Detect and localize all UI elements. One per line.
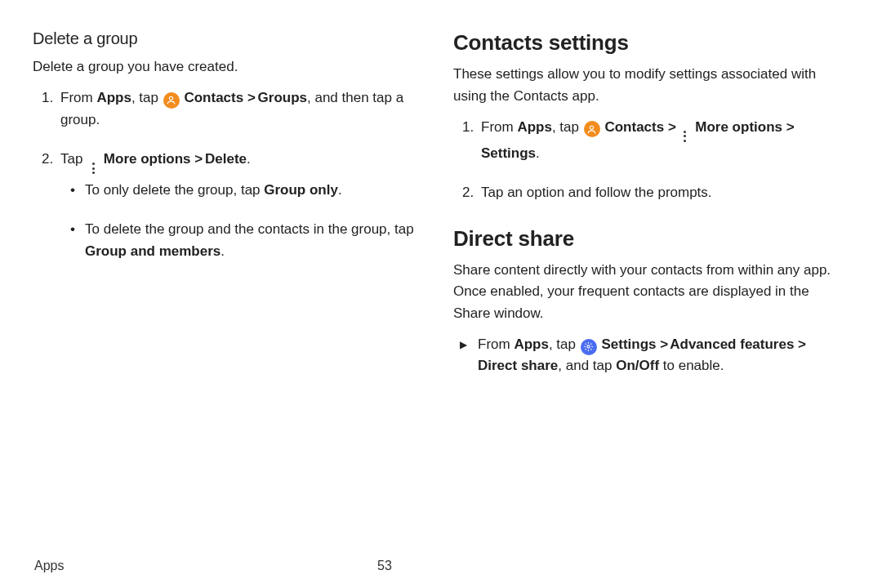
footer-page: 53 bbox=[377, 559, 392, 573]
delete-group-bullets: To only delete the group, tap Group only… bbox=[60, 180, 421, 262]
list-item: To delete the group and the contacts in … bbox=[70, 219, 421, 262]
settings-icon bbox=[581, 339, 597, 355]
contacts-settings-steps: From Apps, tap Contacts > More options >… bbox=[453, 117, 841, 204]
delete-group-heading: Delete a group bbox=[33, 26, 421, 51]
contacts-icon bbox=[163, 92, 180, 109]
right-column: Contacts settings These settings allow y… bbox=[445, 26, 849, 573]
list-item: To only delete the group, tap Group only… bbox=[70, 180, 421, 201]
delete-group-intro: Delete a group you have created. bbox=[33, 56, 421, 78]
footer-section: Apps bbox=[34, 559, 377, 573]
direct-share-heading: Direct share bbox=[453, 222, 841, 255]
direct-share-intro: Share content directly with your contact… bbox=[453, 260, 841, 324]
contacts-settings-intro: These settings allow you to modify setti… bbox=[453, 64, 841, 107]
contacts-settings-heading: Contacts settings bbox=[453, 26, 841, 59]
more-options-icon bbox=[680, 130, 690, 143]
svg-point-1 bbox=[590, 126, 594, 129]
contacts-icon bbox=[584, 121, 600, 137]
page-footer: Apps 53 bbox=[34, 559, 851, 573]
step-item: From Apps, tap Settings > Advanced featu… bbox=[460, 334, 841, 377]
direct-share-steps: From Apps, tap Settings > Advanced featu… bbox=[453, 334, 841, 377]
step-item: From Apps, tap Contacts > More options >… bbox=[478, 117, 841, 164]
svg-point-0 bbox=[170, 97, 173, 100]
left-column: Delete a group Delete a group you have c… bbox=[33, 26, 445, 573]
more-options-icon bbox=[88, 162, 98, 175]
delete-group-steps: From Apps, tap Contacts > Groups, and th… bbox=[33, 87, 421, 262]
svg-point-2 bbox=[587, 345, 590, 348]
step-item: From Apps, tap Contacts > Groups, and th… bbox=[57, 87, 421, 131]
step-item: Tap an option and follow the prompts. bbox=[478, 182, 841, 203]
step-item: Tap More options > Delete. To only delet… bbox=[57, 149, 421, 262]
